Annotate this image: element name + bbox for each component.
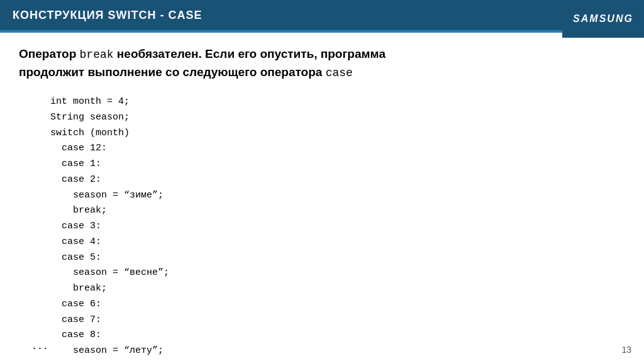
main-content: Оператор break необязателен. Если его оп… <box>0 33 644 361</box>
desc-mono2: case <box>326 67 353 79</box>
code-line-6: case 2: <box>50 172 625 188</box>
samsung-logo: SAMSUNG <box>562 0 644 38</box>
code-line-16: case 8: <box>50 328 625 343</box>
desc-line2-part1: продолжит выполнение со следующего опера… <box>19 65 326 79</box>
samsung-text: SAMSUNG <box>573 13 633 25</box>
code-line-7: season = “зиме”; <box>50 188 625 204</box>
code-block: int month = 4; String season; switch (mo… <box>19 94 625 359</box>
page-number: 13 <box>621 345 631 355</box>
code-line-9: case 3: <box>50 219 625 235</box>
code-line-11: case 5: <box>50 250 625 266</box>
code-ellipsis: ... <box>31 342 48 352</box>
code-line-5: case 1: <box>50 157 625 172</box>
desc-part1: Оператор <box>19 47 80 60</box>
code-line-8: break; <box>50 203 625 219</box>
code-line-13: break; <box>50 281 625 297</box>
code-line-14: case 6: <box>50 297 625 313</box>
header-bar: КОНСТРУКЦИЯ SWITCH - CASE <box>0 0 644 30</box>
code-line-1: int month = 4; <box>50 94 625 110</box>
code-line-10: case 4: <box>50 235 625 250</box>
code-line-2: String season; <box>50 110 625 126</box>
code-line-17: season = “лету”; <box>50 343 625 359</box>
code-line-15: case 7: <box>50 313 625 328</box>
code-line-12: season = “весне”; <box>50 265 625 281</box>
header-title: КОНСТРУКЦИЯ SWITCH - CASE <box>13 9 203 22</box>
desc-part2: необязателен. Если его опустить, програм… <box>114 47 386 60</box>
description-text: Оператор break необязателен. Если его оп… <box>19 45 625 82</box>
code-line-3: switch (month) <box>50 126 625 142</box>
code-line-4: case 12: <box>50 141 625 157</box>
desc-mono1: break <box>80 48 114 61</box>
